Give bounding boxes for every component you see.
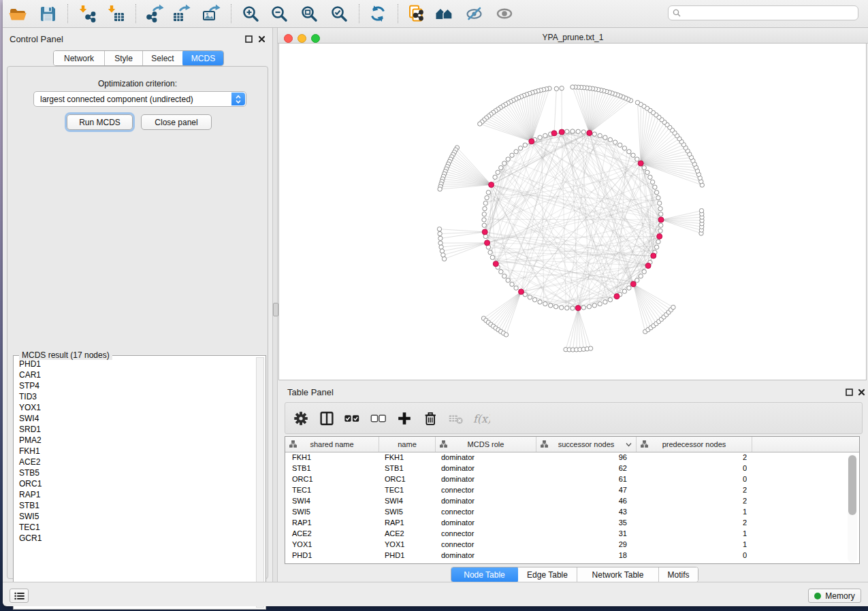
column-header-name[interactable]: name [379, 437, 436, 452]
table-row[interactable]: RAP1RAP1dominator352 [285, 517, 859, 528]
tab-mcds[interactable]: MCDS [182, 50, 224, 66]
column-header-shared-name[interactable]: shared name [285, 437, 379, 452]
control-panel-tabs: NetworkStyleSelectMCDS [53, 50, 224, 66]
svg-text:f(x): f(x) [473, 412, 490, 425]
tab-network[interactable]: Network [54, 51, 105, 65]
mcds-result-item[interactable]: YOX1 [15, 402, 255, 413]
vertical-splitter[interactable] [272, 28, 278, 582]
delete-selected-icon [421, 410, 439, 427]
mcds-result-item[interactable]: PMA2 [15, 435, 255, 446]
column-header-filler [752, 437, 859, 452]
table-row[interactable]: SWI4SWI4dominator462 [285, 495, 859, 506]
mcds-result-item[interactable]: ORC1 [15, 478, 255, 489]
open-file-button[interactable] [7, 3, 28, 24]
network-graph[interactable] [279, 44, 866, 380]
delete-table-button[interactable] [447, 409, 466, 428]
cell-predecessor-nodes: 2 [637, 484, 752, 495]
network-canvas[interactable] [278, 43, 867, 380]
mcds-result-item[interactable]: RAP1 [15, 489, 255, 500]
table-scrollbar-thumb[interactable] [848, 455, 856, 515]
close-table-panel-icon[interactable] [857, 388, 866, 397]
network-titlebar: YPA_prune.txt_1 [278, 30, 868, 44]
cell-name: SWI5 [379, 506, 436, 517]
zoom-out-button[interactable] [269, 3, 289, 24]
memory-button[interactable]: Memory [808, 589, 861, 603]
export-image-button[interactable] [201, 3, 221, 24]
close-panel-icon[interactable] [257, 35, 266, 44]
cell-MCDS-role: dominator [436, 474, 536, 484]
delete-selected-button[interactable] [421, 409, 440, 428]
table-row[interactable]: ACE2ACE2connector311 [285, 528, 859, 539]
mcds-result-item[interactable]: SWI4 [15, 413, 255, 424]
table-row[interactable]: ORC1ORC1dominator610 [285, 474, 859, 484]
table-row[interactable]: SWI5SWI5connector431 [285, 506, 859, 517]
mcds-result-item[interactable]: SWI5 [15, 511, 255, 522]
table-row[interactable]: TEC1TEC1connector472 [285, 484, 859, 495]
column-header-MCDS-role[interactable]: MCDS role [436, 437, 536, 452]
cell-name: ORC1 [379, 474, 436, 484]
mcds-result-item[interactable]: PHD1 [15, 359, 255, 369]
table-settings-icon [292, 410, 310, 427]
float-window-icon[interactable] [244, 35, 253, 44]
zoom-in-button[interactable] [240, 3, 261, 24]
first-neighbors-button[interactable] [434, 3, 455, 24]
table-scrollbar[interactable] [848, 454, 857, 563]
mcds-list-scrollbar[interactable] [256, 357, 264, 608]
cell-predecessor-nodes: 1 [637, 506, 752, 517]
optimization-criterion-select[interactable]: largest connected component (undirected) [33, 91, 246, 107]
table-settings-button[interactable] [291, 409, 310, 428]
add-column-button[interactable] [395, 409, 414, 428]
function-builder-button[interactable]: f(x) [472, 409, 491, 428]
tab-style[interactable]: Style [105, 51, 143, 65]
table-row[interactable]: YOX1YOX1connector291 [285, 539, 859, 550]
search-input[interactable] [684, 7, 858, 18]
tab-select[interactable]: Select [143, 51, 183, 65]
mcds-result-item[interactable]: STB1 [15, 500, 255, 511]
mcds-result-item[interactable]: STB5 [15, 467, 255, 478]
export-network-button[interactable] [144, 3, 165, 24]
main-toolbar [3, 0, 868, 28]
table-row[interactable]: PHD1PHD1dominator180 [285, 550, 859, 561]
toggle-panels-icon [318, 410, 336, 427]
mcds-result-item[interactable]: CAR1 [15, 369, 255, 380]
search-box[interactable] [668, 5, 858, 20]
tab-edge-table[interactable]: Edge Table [518, 567, 577, 582]
export-table-button[interactable] [171, 3, 191, 24]
mcds-result-item[interactable]: ACE2 [15, 457, 255, 467]
import-table-button[interactable] [106, 3, 126, 24]
table-row[interactable]: STB1STB1dominator620 [285, 463, 859, 474]
column-header-predecessor-nodes[interactable]: predecessor nodes [637, 437, 752, 452]
close-panel-button[interactable]: Close panel [141, 114, 212, 130]
tab-network-table[interactable]: Network Table [577, 567, 659, 582]
hide-selected-icon [465, 4, 484, 23]
mcds-result-item[interactable]: GCR1 [15, 533, 255, 544]
column-header-successor-nodes[interactable]: successor nodes [536, 437, 637, 452]
hide-selected-button[interactable] [464, 3, 485, 24]
import-network-button[interactable] [77, 3, 97, 24]
show-all-button[interactable] [494, 3, 515, 24]
toggle-panels-button[interactable] [317, 409, 336, 428]
cell-shared-name: RAP1 [285, 517, 379, 528]
show-panels-menu-button[interactable] [10, 589, 29, 603]
table-row[interactable]: FKH1FKH1dominator962 [285, 452, 859, 463]
zoom-fit-button[interactable] [299, 3, 319, 24]
network-from-document-button[interactable] [406, 3, 426, 24]
tab-motifs[interactable]: Motifs [659, 567, 698, 582]
mcds-result-item[interactable]: SRD1 [15, 424, 255, 435]
mcds-result-item[interactable]: TID3 [15, 391, 255, 402]
mcds-result-item[interactable]: TEC1 [15, 522, 255, 533]
zoom-selected-button[interactable] [329, 3, 349, 24]
mcds-result-item[interactable]: FKH1 [15, 446, 255, 457]
cell-name: SWI4 [379, 495, 436, 506]
save-session-button[interactable] [37, 3, 58, 24]
select-all-button[interactable] [342, 409, 361, 428]
mcds-result-item[interactable]: STP4 [15, 380, 255, 391]
mcds-tab-content: Optimization criterion: largest connecte… [7, 66, 268, 579]
float-table-panel-icon[interactable] [845, 388, 854, 397]
run-mcds-button[interactable]: Run MCDS [67, 114, 133, 130]
cell-predecessor-nodes: 2 [637, 452, 752, 463]
deselect-all-button[interactable] [369, 409, 388, 428]
tab-node-table[interactable]: Node Table [451, 567, 519, 582]
apply-layout-button[interactable] [368, 3, 388, 24]
cell-shared-name: SWI4 [285, 495, 379, 506]
